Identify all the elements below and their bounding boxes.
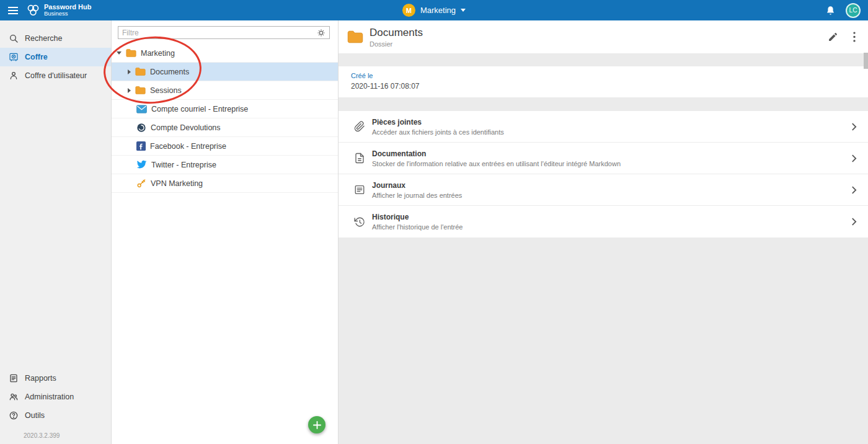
- tree-node-label: Facebook - Entreprise: [150, 142, 226, 151]
- scrollbar-thumb[interactable]: [864, 53, 868, 69]
- vault-selector[interactable]: M Marketing: [402, 0, 466, 20]
- section-subtitle: Afficher le journal des entrées: [372, 192, 462, 199]
- paperclip-icon: [354, 121, 365, 132]
- expand-arrow-icon[interactable]: [128, 69, 131, 74]
- tree-node-label: Compte Devolutions: [151, 123, 221, 132]
- sidebar-item-label: Coffre d'utilisateur: [25, 71, 87, 80]
- section-journaux[interactable]: Journaux Afficher le journal des entrées: [339, 174, 868, 206]
- email-icon: [136, 105, 147, 113]
- section-title: Documentation: [372, 149, 621, 158]
- chevron-right-icon: [851, 122, 857, 131]
- app-name-line2: Business: [44, 11, 91, 17]
- chevron-down-icon: [461, 9, 466, 12]
- sidebar-item-label: Outils: [25, 411, 45, 420]
- tree-node-marketing[interactable]: Marketing: [112, 44, 338, 63]
- sidebar-item-label: Rapports: [25, 374, 56, 383]
- history-icon: [354, 216, 365, 228]
- sidebar-item-administration[interactable]: Administration: [0, 388, 111, 406]
- tree-node-documents[interactable]: Documents: [112, 63, 338, 81]
- tree-entry-compte-devolutions[interactable]: Compte Devolutions: [112, 118, 338, 137]
- detail-panel: Documents Dossier Créé le 2020-11-16 07:…: [339, 20, 868, 444]
- vault-name: Marketing: [420, 6, 456, 15]
- topbar: Password Hub Business M Marketing LC: [0, 0, 868, 20]
- section-title: Journaux: [372, 181, 462, 190]
- collapse-arrow-icon[interactable]: [117, 51, 122, 55]
- tree-node-label: Compte courriel - Entreprise: [151, 105, 248, 113]
- app-logo: Password Hub Business: [26, 3, 91, 17]
- tree-node-label: Marketing: [141, 49, 175, 58]
- filter-settings-icon[interactable]: [317, 29, 326, 37]
- section-pieces-jointes[interactable]: Pièces jointes Accéder aux fichiers join…: [339, 111, 868, 143]
- journal-icon: [354, 184, 365, 195]
- folder-icon: [135, 67, 146, 76]
- chevron-right-icon: [851, 154, 857, 163]
- chevron-right-icon: [851, 217, 857, 226]
- created-label: Créé le: [351, 72, 856, 79]
- tree-node-sessions[interactable]: Sessions: [112, 81, 338, 100]
- sidebar-spacer: [0, 85, 111, 369]
- twitter-icon: [136, 160, 147, 169]
- sidebar-item-coffre-utilisateur[interactable]: Coffre d'utilisateur: [0, 66, 111, 85]
- topbar-right: LC: [825, 3, 868, 18]
- section-documentation[interactable]: Documentation Stocker de l'information r…: [339, 143, 868, 174]
- section-subtitle: Stocker de l'information relative aux en…: [372, 160, 621, 167]
- facebook-icon: [136, 141, 146, 151]
- user-vault-icon: [9, 71, 19, 81]
- app-logo-icon: [26, 3, 40, 17]
- tree-node-label: Documents: [150, 68, 189, 76]
- tree-node-label: Twitter - Entreprise: [151, 161, 216, 169]
- app-version: 2020.3.2.399: [0, 425, 111, 444]
- hamburger-menu-button[interactable]: [0, 0, 26, 20]
- sidebar-item-coffre[interactable]: Coffre: [0, 48, 111, 66]
- sidebar-item-rapports[interactable]: Rapports: [0, 369, 111, 388]
- main-area: Recherche Coffre Coffre d'utilisateur Ra…: [0, 20, 868, 444]
- sidebar-item-label: Administration: [25, 393, 74, 401]
- folder-icon: [347, 30, 363, 43]
- add-entry-button[interactable]: [308, 416, 326, 433]
- key-icon: [136, 179, 146, 189]
- folder-icon: [126, 48, 136, 58]
- document-icon: [354, 153, 365, 164]
- section-subtitle: Accéder aux fichiers joints à ces identi…: [372, 128, 504, 136]
- devolutions-icon: [136, 123, 146, 133]
- vault-tree-panel: Marketing Documents Sessions: [112, 20, 339, 444]
- folder-icon: [135, 86, 146, 95]
- sidebar-item-label: Coffre: [25, 53, 48, 61]
- tree-entry-facebook[interactable]: Facebook - Entreprise: [112, 137, 338, 156]
- app-window: Password Hub Business M Marketing LC Re: [0, 0, 868, 444]
- vault-avatar: M: [402, 4, 415, 17]
- tree-entry-vpn-marketing[interactable]: VPN Marketing: [112, 174, 338, 193]
- sidebar-item-recherche[interactable]: Recherche: [0, 29, 111, 48]
- tree-entry-twitter[interactable]: Twitter - Entreprise: [112, 156, 338, 174]
- reports-icon: [9, 373, 19, 383]
- plus-icon: [313, 421, 321, 429]
- sidebar-item-outils[interactable]: Outils: [0, 406, 111, 425]
- section-historique[interactable]: Historique Afficher l'historique de l'en…: [339, 206, 868, 238]
- more-options-kebab-icon[interactable]: [853, 32, 856, 42]
- section-subtitle: Afficher l'historique de l'entrée: [372, 223, 463, 231]
- tree-node-label: VPN Marketing: [151, 179, 203, 188]
- section-title: Pièces jointes: [372, 118, 504, 127]
- search-icon: [9, 33, 19, 43]
- detail-sections: Pièces jointes Accéder aux fichiers join…: [339, 111, 868, 238]
- expand-arrow-icon[interactable]: [128, 88, 131, 93]
- tools-icon: [9, 411, 19, 420]
- notifications-bell-icon[interactable]: [825, 5, 836, 16]
- page-subtitle: Dossier: [370, 40, 423, 48]
- tree-entry-compte-courriel[interactable]: Compte courriel - Entreprise: [112, 100, 338, 118]
- user-avatar[interactable]: LC: [846, 3, 861, 18]
- administration-icon: [9, 392, 19, 402]
- tree-node-label: Sessions: [150, 86, 182, 95]
- app-name: Password Hub Business: [44, 3, 91, 17]
- chevron-right-icon: [851, 185, 857, 195]
- header-actions: [828, 32, 856, 42]
- section-title: Historique: [372, 213, 463, 221]
- filter-input[interactable]: [118, 26, 330, 39]
- filter-bar: [112, 20, 338, 44]
- sidebar-item-label: Recherche: [25, 34, 62, 43]
- page-title: Documents: [370, 27, 423, 39]
- created-info-card: Créé le 2020-11-16 07:08:07: [339, 66, 868, 97]
- detail-header: Documents Dossier: [339, 20, 868, 53]
- edit-pencil-icon[interactable]: [828, 32, 838, 42]
- sidebar: Recherche Coffre Coffre d'utilisateur Ra…: [0, 20, 112, 444]
